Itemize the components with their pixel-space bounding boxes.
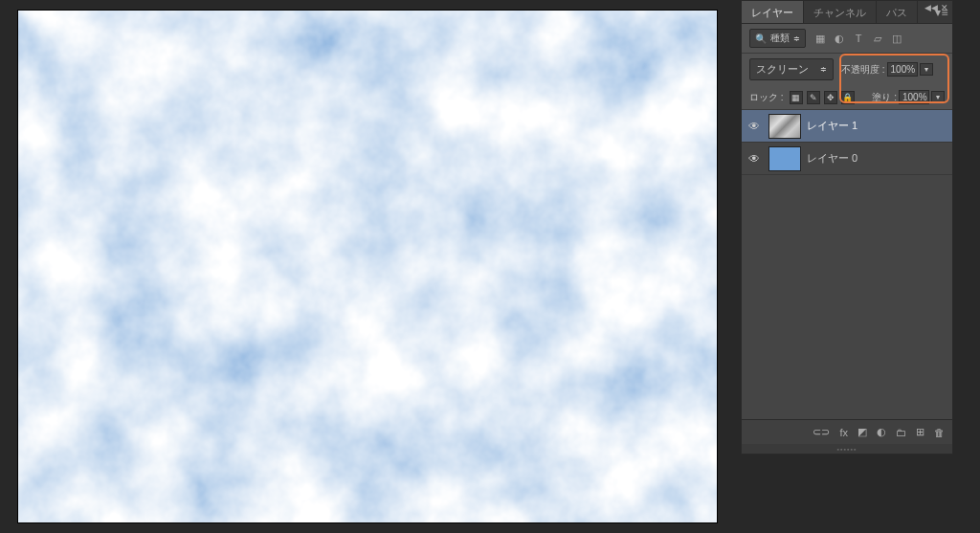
adjustment-icon[interactable]: ◐ [877, 426, 886, 438]
tab-layers[interactable]: レイヤー [742, 1, 804, 23]
lock-transparent-icon[interactable]: ▦ [790, 91, 803, 104]
fill-group: 塗り : 100% ▾ [872, 90, 945, 104]
panel-footer: ⊂⊃ fx ◩ ◐ 🗀 ⊞ 🗑 [742, 419, 952, 444]
lock-label: ロック : [749, 91, 784, 104]
blend-mode-select[interactable]: スクリーン ≑ [749, 58, 834, 80]
layer-name[interactable]: レイヤー 1 [807, 119, 858, 133]
canvas-clouds-render [18, 11, 717, 522]
document-canvas[interactable] [17, 10, 718, 523]
visibility-eye-icon[interactable]: 👁 [746, 152, 763, 166]
fx-icon[interactable]: fx [839, 427, 848, 438]
group-icon[interactable]: 🗀 [896, 427, 906, 438]
tab-paths[interactable]: パス [877, 1, 918, 23]
fill-value[interactable]: 100% [899, 90, 929, 104]
filter-kind-label: 種類 [770, 32, 790, 45]
layers-list: 👁 レイヤー 1 👁 レイヤー 0 [742, 110, 952, 419]
layer-row[interactable]: 👁 レイヤー 1 [742, 110, 952, 143]
lock-icons: ▦ ✎ ✥ 🔒 [790, 91, 855, 104]
svg-rect-1 [18, 11, 717, 522]
panel-tabs: レイヤー チャンネル パス ▾≡ [742, 1, 952, 24]
search-icon: 🔍 [755, 33, 767, 44]
layer-row[interactable]: 👁 レイヤー 0 [742, 143, 952, 175]
fill-dropdown-icon[interactable]: ▾ [931, 91, 945, 103]
layer-filter-row: 🔍 種類 ≑ ▦ ◐ T ▱ ◫ [742, 24, 952, 54]
panel-resize-grip[interactable]: ▪▪▪▪▪▪ [742, 444, 952, 454]
layers-panel: ◀◀ ✕ レイヤー チャンネル パス ▾≡ 🔍 種類 ≑ ▦ ◐ T ▱ ◫ ス… [741, 0, 953, 455]
lock-pixels-icon[interactable]: ✎ [807, 91, 820, 104]
layer-thumbnail[interactable] [768, 114, 801, 139]
opacity-dropdown-icon[interactable]: ▾ [920, 63, 933, 76]
lock-all-icon[interactable]: 🔒 [841, 91, 855, 104]
filter-adjust-icon[interactable]: ◐ [833, 32, 846, 45]
chevron-updown-icon: ≑ [820, 65, 827, 74]
lock-position-icon[interactable]: ✥ [824, 91, 837, 104]
opacity-value[interactable]: 100% [887, 62, 918, 77]
chevron-updown-icon: ≑ [793, 34, 800, 43]
filter-type-icons: ▦ ◐ T ▱ ◫ [813, 32, 903, 45]
filter-pixel-icon[interactable]: ▦ [813, 32, 827, 45]
layer-name[interactable]: レイヤー 0 [807, 151, 858, 166]
visibility-eye-icon[interactable]: 👁 [746, 120, 763, 133]
link-layers-icon[interactable]: ⊂⊃ [813, 426, 830, 438]
opacity-label: 不透明度 : [841, 63, 885, 77]
filter-smart-icon[interactable]: ◫ [890, 32, 903, 45]
tab-channels[interactable]: チャンネル [804, 1, 877, 23]
panel-collapse-icon[interactable]: ◀◀ ✕ [924, 3, 948, 12]
lock-row: ロック : ▦ ✎ ✥ 🔒 塗り : 100% ▾ [742, 85, 952, 110]
new-layer-icon[interactable]: ⊞ [916, 426, 924, 438]
filter-type-icon[interactable]: T [852, 32, 865, 45]
fill-label: 塗り : [872, 91, 897, 104]
opacity-group: 不透明度 : 100% ▾ [841, 62, 933, 77]
blend-row: スクリーン ≑ 不透明度 : 100% ▾ [742, 54, 952, 85]
filter-kind-select[interactable]: 🔍 種類 ≑ [749, 29, 806, 48]
layer-thumbnail[interactable] [768, 146, 801, 171]
blend-mode-value: スクリーン [756, 62, 809, 77]
delete-layer-icon[interactable]: 🗑 [934, 427, 945, 438]
filter-shape-icon[interactable]: ▱ [871, 32, 884, 45]
mask-icon[interactable]: ◩ [858, 426, 867, 438]
